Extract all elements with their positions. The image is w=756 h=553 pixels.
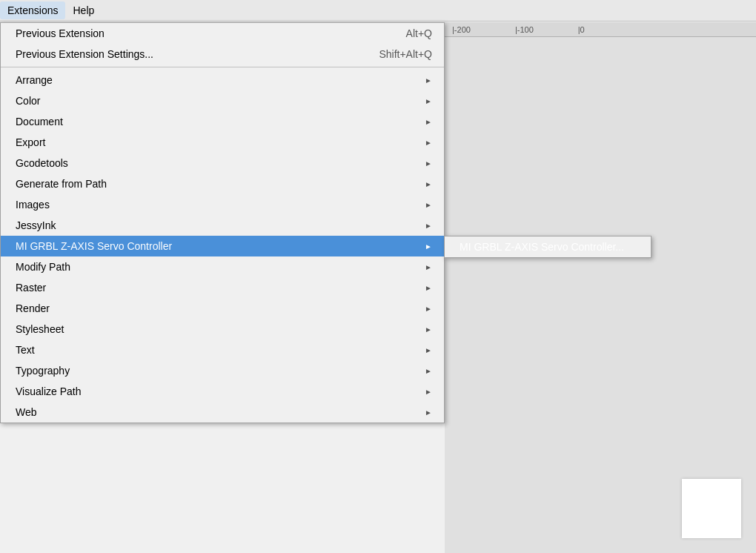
stylesheet-arrow: ► xyxy=(425,325,432,334)
canvas-area: |-200 |-100 |0 xyxy=(445,22,756,553)
web-label: Web xyxy=(16,406,37,418)
menu-item-export[interactable]: Export ► xyxy=(1,132,444,153)
previous-extension-settings-shortcut: Shift+Alt+Q xyxy=(379,48,432,60)
previous-extension-shortcut: Alt+Q xyxy=(406,27,432,39)
export-label: Export xyxy=(16,136,45,148)
menu-item-modify-path[interactable]: Modify Path ► xyxy=(1,256,444,277)
ruler-mark-2: |-100 xyxy=(515,25,534,34)
previous-extension-label: Previous Extension xyxy=(16,27,105,39)
menu-item-jessyink[interactable]: JessyInk ► xyxy=(1,215,444,236)
help-label: Help xyxy=(73,4,94,16)
separator-1 xyxy=(1,67,444,67)
menu-item-images[interactable]: Images ► xyxy=(1,194,444,215)
render-arrow: ► xyxy=(425,305,432,313)
menubar-help[interactable]: Help xyxy=(65,1,102,19)
color-label: Color xyxy=(16,95,40,107)
menu-item-arrange[interactable]: Arrange ► xyxy=(1,70,444,90)
generate-from-path-label: Generate from Path xyxy=(16,178,107,190)
gcodetools-label: Gcodetools xyxy=(16,157,68,169)
arrange-label: Arrange xyxy=(16,74,53,86)
menu-item-text[interactable]: Text ► xyxy=(1,340,444,360)
typography-label: Typography xyxy=(16,365,70,377)
menu-item-web[interactable]: Web ► xyxy=(1,402,444,423)
menu-item-generate-from-path[interactable]: Generate from Path ► xyxy=(1,173,444,194)
menubar: Extensions Help xyxy=(0,0,756,21)
arrange-arrow: ► xyxy=(425,76,432,85)
document-label: Document xyxy=(16,116,63,128)
menu-item-raster[interactable]: Raster ► xyxy=(1,277,444,298)
ruler-top: |-200 |-100 |0 xyxy=(445,22,756,37)
menu-item-document[interactable]: Document ► xyxy=(1,111,444,132)
previous-extension-settings-label: Previous Extension Settings... xyxy=(16,48,153,60)
stylesheet-label: Stylesheet xyxy=(16,323,64,335)
text-label: Text xyxy=(16,344,35,356)
menu-item-previous-extension-settings[interactable]: Previous Extension Settings... Shift+Alt… xyxy=(1,44,444,64)
jessyink-arrow: ► xyxy=(425,222,432,230)
ruler-mark-3: |0 xyxy=(578,25,585,34)
jessyink-label: JessyInk xyxy=(16,219,56,231)
menu-item-stylesheet[interactable]: Stylesheet ► xyxy=(1,319,444,340)
visualize-path-label: Visualize Path xyxy=(16,385,81,397)
web-arrow: ► xyxy=(425,408,432,417)
canvas-white-box xyxy=(682,479,741,538)
visualize-path-arrow: ► xyxy=(425,388,432,396)
menu-item-visualize-path[interactable]: Visualize Path ► xyxy=(1,381,444,402)
mi-grbl-submenu: MI GRBL Z-AXIS Servo Controller... xyxy=(444,236,651,258)
ruler-mark-1: |-200 xyxy=(452,25,471,34)
color-arrow: ► xyxy=(425,97,432,105)
modify-path-arrow: ► xyxy=(425,263,432,271)
mi-grbl-arrow: ► xyxy=(425,242,432,251)
menu-item-color[interactable]: Color ► xyxy=(1,90,444,111)
menu-item-gcodetools[interactable]: Gcodetools ► xyxy=(1,153,444,173)
menu-item-previous-extension[interactable]: Previous Extension Alt+Q xyxy=(1,23,444,44)
submenu-item-mi-grbl-controller[interactable]: MI GRBL Z-AXIS Servo Controller... xyxy=(445,236,651,257)
mi-grbl-controller-label: MI GRBL Z-AXIS Servo Controller... xyxy=(460,241,624,253)
gcodetools-arrow: ► xyxy=(425,159,432,168)
menu-item-typography[interactable]: Typography ► xyxy=(1,360,444,381)
text-arrow: ► xyxy=(425,346,432,354)
typography-arrow: ► xyxy=(425,367,432,375)
menubar-extensions[interactable]: Extensions xyxy=(0,1,65,19)
menu-item-mi-grbl[interactable]: MI GRBL Z-AXIS Servo Controller ► MI GRB… xyxy=(1,236,444,256)
extensions-dropdown: Previous Extension Alt+Q Previous Extens… xyxy=(0,22,445,423)
export-arrow: ► xyxy=(425,139,432,147)
extensions-label: Extensions xyxy=(7,4,58,16)
raster-label: Raster xyxy=(16,282,46,294)
menu-item-render[interactable]: Render ► xyxy=(1,298,444,319)
render-label: Render xyxy=(16,302,50,314)
raster-arrow: ► xyxy=(425,284,432,292)
modify-path-label: Modify Path xyxy=(16,261,70,273)
mi-grbl-label: MI GRBL Z-AXIS Servo Controller xyxy=(16,240,172,252)
generate-from-path-arrow: ► xyxy=(425,180,432,188)
images-label: Images xyxy=(16,199,50,211)
images-arrow: ► xyxy=(425,201,432,209)
document-arrow: ► xyxy=(425,118,432,126)
